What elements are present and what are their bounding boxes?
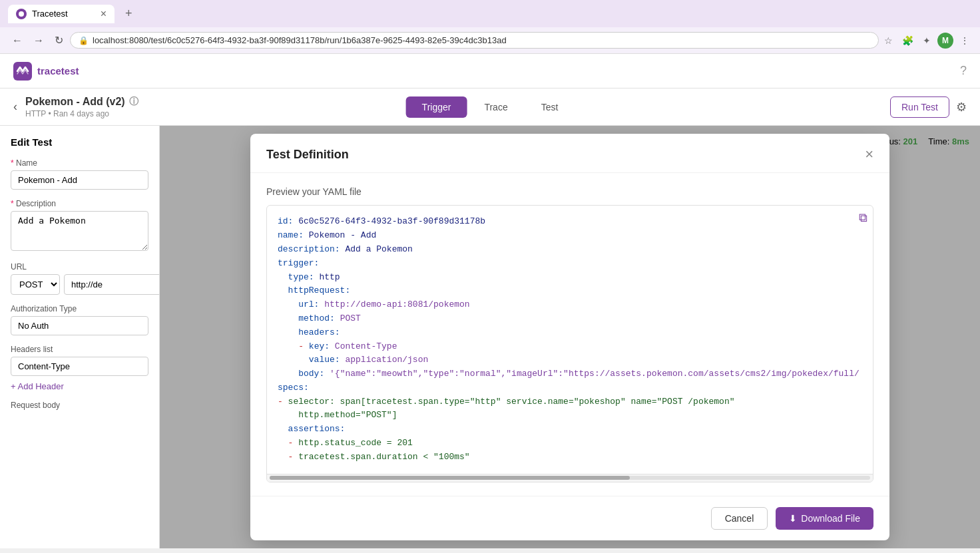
download-icon: ⬇ [789, 513, 797, 524]
app-header: tracetest ? [0, 54, 980, 89]
tab-favicon [16, 9, 27, 19]
header-item: Content-Type [11, 357, 148, 376]
yaml-scrollbar[interactable] [267, 474, 873, 482]
browser-menu-btn[interactable]: ⋮ [957, 33, 972, 49]
headers-label: Headers list [11, 345, 148, 354]
tab-trigger[interactable]: Trigger [406, 96, 467, 118]
auth-label: Authorization Type [11, 304, 148, 313]
yaml-container: ⧉ id: 6c0c5276-64f3-4932-ba3f-90f89d3117… [266, 205, 873, 482]
modal-body: Preview your YAML file ⧉ id: 6c0c5276-64… [250, 173, 889, 495]
test-header: ‹ Pokemon - Add (v2) ⓘ HTTP • Ran 4 days… [0, 89, 980, 126]
edit-panel: Edit Test * Name * Description URL POST … [0, 126, 160, 548]
svg-point-0 [19, 11, 24, 17]
settings-icon[interactable]: ⚙ [956, 100, 967, 114]
logo-icon [13, 62, 32, 81]
app: tracetest ? ‹ Pokemon - Add (v2) ⓘ HTTP … [0, 54, 980, 548]
main-content: Edit Test * Name * Description URL POST … [0, 126, 980, 548]
browser-tab[interactable]: Tracetest × [8, 5, 115, 23]
yaml-scrollbar-thumb [270, 476, 630, 480]
modal-footer: Cancel ⬇ Download File [250, 496, 889, 540]
browser-titlebar: Tracetest × + [0, 0, 980, 27]
method-select[interactable]: POST [11, 274, 60, 295]
auth-input[interactable] [11, 316, 148, 335]
browser-extension2-btn[interactable]: ✦ [920, 33, 933, 49]
yaml-copy-btn[interactable]: ⧉ [859, 211, 867, 225]
modal-close-btn[interactable]: × [865, 147, 873, 162]
tab-close-btn[interactable]: × [101, 9, 107, 19]
refresh-btn[interactable]: ↻ [51, 31, 67, 49]
browser-action-buttons: ☆ 🧩 ✦ M ⋮ [881, 33, 972, 49]
download-label: Download File [801, 513, 860, 524]
browser-profile-btn[interactable]: M [937, 33, 953, 49]
new-tab-btn[interactable]: + [120, 4, 138, 23]
name-required: * [11, 158, 14, 168]
back-to-list-btn[interactable]: ‹ [13, 100, 17, 114]
edit-panel-title: Edit Test [11, 136, 148, 148]
address-text: localhost:8080/test/6c0c5276-64f3-4932-b… [93, 35, 870, 45]
name-input[interactable] [11, 170, 148, 190]
add-header-btn[interactable]: + Add Header [11, 381, 64, 391]
tab-test[interactable]: Test [525, 96, 575, 118]
request-body-label: Request body [11, 401, 148, 410]
logo-text: tracetest [37, 65, 79, 77]
back-btn[interactable]: ← [8, 32, 27, 49]
cancel-btn[interactable]: Cancel [711, 507, 768, 530]
name-label: * Name [11, 158, 148, 168]
description-input[interactable] [11, 211, 148, 251]
address-lock-icon: 🔒 [79, 36, 89, 45]
modal-overlay: Test Definition × Preview your YAML file… [160, 126, 980, 548]
preview-label: Preview your YAML file [266, 186, 873, 197]
tab-title: Tracetest [32, 9, 68, 19]
tab-trace[interactable]: Trace [468, 96, 523, 118]
url-input[interactable] [64, 274, 160, 295]
test-definition-modal: Test Definition × Preview your YAML file… [250, 134, 889, 540]
test-actions: Run Test ⚙ [890, 96, 967, 118]
right-panel: Status: 201 Time: 8ms Test Definition × … [160, 126, 980, 548]
url-row: POST [11, 274, 148, 295]
modal-header: Test Definition × [250, 134, 889, 173]
description-label: * Description [11, 199, 148, 208]
address-bar[interactable]: 🔒 localhost:8080/test/6c0c5276-64f3-4932… [70, 32, 879, 49]
browser-extension1-btn[interactable]: 🧩 [899, 33, 916, 49]
yaml-scrollbar-track [270, 476, 870, 480]
help-icon[interactable]: ? [960, 64, 967, 78]
app-logo: tracetest [13, 62, 79, 81]
modal-title: Test Definition [266, 148, 349, 162]
browser-chrome: Tracetest × + ← → ↻ 🔒 localhost:8080/tes… [0, 0, 980, 54]
test-info-icon[interactable]: ⓘ [129, 96, 138, 108]
yaml-content[interactable]: id: 6c0c5276-64f3-4932-ba3f-90f89d31178b… [267, 206, 873, 473]
browser-controls: ← → ↻ 🔒 localhost:8080/test/6c0c5276-64f… [0, 27, 980, 53]
forward-btn[interactable]: → [29, 32, 48, 49]
url-label: URL [11, 262, 148, 272]
download-file-btn[interactable]: ⬇ Download File [776, 507, 873, 530]
run-test-btn[interactable]: Run Test [890, 96, 949, 118]
browser-bookmark-btn[interactable]: ☆ [881, 33, 895, 49]
test-tabs: Trigger Trace Test [406, 96, 575, 118]
description-required: * [11, 199, 14, 208]
